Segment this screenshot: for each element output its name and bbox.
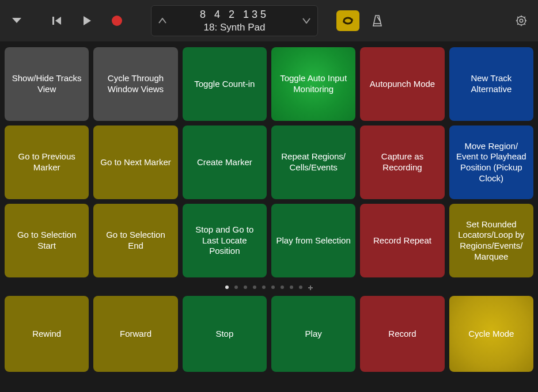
- page-dot[interactable]: [299, 286, 302, 289]
- set-rounded-locators[interactable]: Set Rounded Locators/Loop by Regions/Eve…: [449, 204, 533, 277]
- toggle-auto-input-monitoring[interactable]: Toggle Auto Input Monitoring: [271, 47, 355, 121]
- page-dots[interactable]: [5, 277, 533, 296]
- svg-rect-0: [52, 17, 54, 25]
- svg-line-11: [524, 17, 525, 18]
- move-region-to-playhead[interactable]: Move Region/ Event to Playhead Position …: [449, 125, 533, 199]
- record-button[interactable]: Record: [360, 296, 444, 372]
- go-to-start-icon[interactable]: [51, 14, 63, 27]
- autopunch-mode[interactable]: Autopunch Mode: [360, 47, 444, 121]
- add-page-icon[interactable]: [308, 286, 313, 290]
- capture-as-recording[interactable]: Capture as Recording: [360, 125, 444, 199]
- lcd-center: 8 4 2 135 18: Synth Pad: [168, 8, 301, 33]
- lcd-position: 8 4 2 135: [168, 8, 301, 21]
- toolbar: 8 4 2 135 18: Synth Pad: [0, 0, 538, 41]
- page-dot[interactable]: [225, 286, 229, 289]
- page-dot[interactable]: [234, 286, 238, 289]
- lcd-prev-icon[interactable]: [157, 18, 168, 24]
- toolbar-right-group: [336, 10, 384, 31]
- svg-line-9: [517, 17, 518, 18]
- svg-line-10: [524, 24, 525, 25]
- play-icon[interactable]: [81, 14, 93, 27]
- go-to-previous-marker[interactable]: Go to Previous Marker: [5, 125, 89, 199]
- cycle-mode-button[interactable]: Cycle Mode: [449, 296, 533, 372]
- transport-area: RewindForwardStopPlayRecordCycle Mode: [0, 296, 538, 376]
- record-icon[interactable]: [111, 14, 123, 27]
- page-dot[interactable]: [271, 286, 275, 289]
- page-dot[interactable]: [262, 286, 266, 289]
- cycle-loop-icon[interactable]: [336, 10, 359, 31]
- page-dot[interactable]: [244, 286, 247, 289]
- stop-go-to-last-locate[interactable]: Stop and Go to Last Locate Position: [183, 204, 267, 277]
- toggle-count-in[interactable]: Toggle Count-in: [183, 47, 267, 121]
- record-repeat[interactable]: Record Repeat: [360, 204, 444, 277]
- view-menu-chevron-icon[interactable]: [10, 14, 23, 27]
- show-hide-tracks-view[interactable]: Show/Hide Tracks View: [5, 47, 89, 121]
- transport-grid: RewindForwardStopPlayRecordCycle Mode: [5, 296, 533, 372]
- play-from-selection[interactable]: Play from Selection: [271, 204, 355, 277]
- rewind-button[interactable]: Rewind: [5, 296, 89, 372]
- forward-button[interactable]: Forward: [93, 296, 177, 372]
- stop-button[interactable]: Stop: [183, 296, 267, 372]
- toolbar-left-group: [10, 14, 123, 27]
- svg-line-12: [517, 24, 518, 25]
- repeat-regions-cells-events[interactable]: Repeat Regions/ Cells/Events: [271, 125, 355, 199]
- svg-point-4: [520, 19, 523, 22]
- go-to-selection-start[interactable]: Go to Selection Start: [5, 204, 89, 277]
- page-dot[interactable]: [281, 286, 284, 289]
- create-marker[interactable]: Create Marker: [183, 125, 267, 199]
- go-to-next-marker[interactable]: Go to Next Marker: [93, 125, 177, 199]
- go-to-selection-end[interactable]: Go to Selection End: [93, 204, 177, 277]
- page-dot[interactable]: [290, 286, 293, 289]
- new-track-alternative[interactable]: New Track Alternative: [449, 47, 533, 121]
- lcd-track-name: 18: Synth Pad: [168, 21, 301, 33]
- play-button[interactable]: Play: [271, 296, 355, 372]
- metronome-icon[interactable]: [371, 14, 384, 27]
- settings-gear-icon[interactable]: [515, 14, 528, 27]
- lcd-next-icon[interactable]: [301, 18, 312, 24]
- key-command-grid: Show/Hide Tracks ViewCycle Through Windo…: [5, 47, 533, 277]
- cycle-through-window-views[interactable]: Cycle Through Window Views: [93, 47, 177, 121]
- lcd-display[interactable]: 8 4 2 135 18: Synth Pad: [151, 5, 318, 36]
- key-command-pad-area: Show/Hide Tracks ViewCycle Through Windo…: [0, 41, 538, 296]
- page-dot[interactable]: [253, 286, 256, 289]
